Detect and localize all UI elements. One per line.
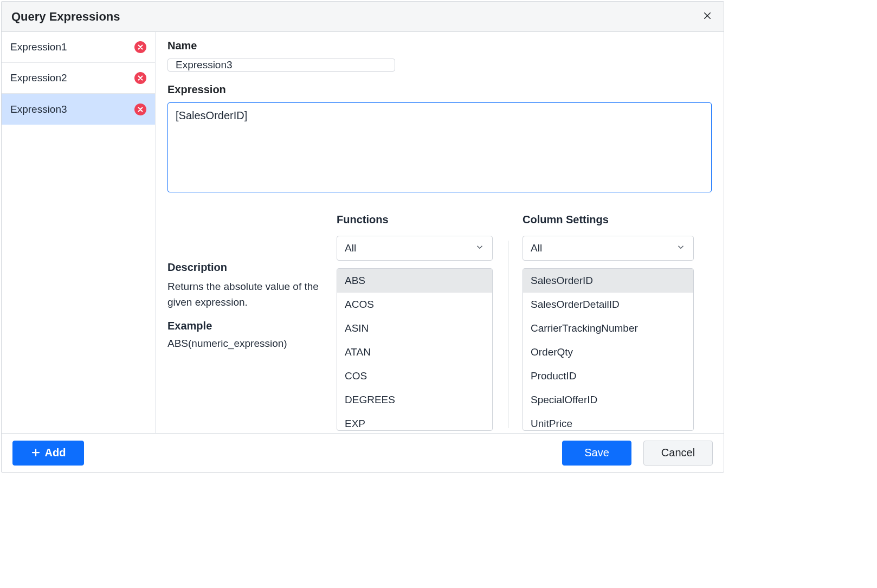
add-button-label: Add — [45, 447, 66, 459]
column-list-item[interactable]: SpecialOfferID — [523, 388, 693, 412]
plus-icon — [31, 447, 41, 460]
function-list-item[interactable]: DEGREES — [337, 388, 492, 412]
dialog-footer: Add Save Cancel — [2, 433, 724, 472]
expression-list-item[interactable]: Expression3 — [2, 94, 155, 125]
column-list-item[interactable]: UnitPrice — [523, 412, 693, 431]
chevron-down-icon — [475, 242, 485, 255]
footer-right: Save Cancel — [562, 441, 713, 466]
main-panel: Name Expression Description Returns the … — [156, 32, 724, 433]
cancel-button-label: Cancel — [661, 447, 695, 459]
delete-expression-icon[interactable] — [134, 72, 146, 84]
save-button-label: Save — [584, 447, 609, 459]
close-button[interactable] — [701, 10, 714, 23]
panel-divider — [508, 241, 508, 428]
description-heading: Description — [167, 261, 331, 274]
columns-heading: Column Settings — [523, 214, 694, 226]
column-list-item[interactable]: CarrierTrackingNumber — [523, 316, 693, 340]
columns-listbox[interactable]: SalesOrderIDSalesOrderDetailIDCarrierTra… — [523, 268, 694, 431]
add-button[interactable]: Add — [12, 441, 84, 466]
function-list-item[interactable]: EXP — [337, 412, 492, 431]
functions-panel: Functions All ABSACOSASINATANCOSDEGREESE… — [337, 214, 508, 431]
columns-filter-dropdown[interactable]: All — [523, 236, 694, 261]
columns-panel: Column Settings All SalesOrderIDSalesOrd… — [523, 214, 694, 431]
function-list-item[interactable]: ABS — [337, 269, 492, 293]
expression-list-item[interactable]: Expression1 — [2, 32, 155, 63]
functions-listbox[interactable]: ABSACOSASINATANCOSDEGREESEXP — [337, 268, 493, 431]
description-panel: Description Returns the absolute value o… — [167, 214, 337, 431]
expression-label: Expression — [167, 83, 712, 96]
chevron-down-icon — [676, 242, 686, 255]
column-list-item[interactable]: SalesOrderID — [523, 269, 693, 293]
save-button[interactable]: Save — [562, 441, 631, 466]
expression-list: Expression1Expression2Expression3 — [2, 32, 156, 433]
expression-section: Expression — [167, 83, 712, 195]
name-label: Name — [167, 40, 712, 52]
dialog-body: Expression1Expression2Expression3 Name E… — [2, 32, 724, 433]
expression-textarea[interactable] — [167, 102, 712, 192]
query-expressions-dialog: Query Expressions Expression1Expression2… — [0, 0, 877, 588]
column-list-item[interactable]: ProductID — [523, 364, 693, 388]
dialog-title: Query Expressions — [11, 10, 120, 24]
function-list-item[interactable]: ACOS — [337, 293, 492, 316]
expression-item-label: Expression1 — [10, 41, 67, 53]
delete-expression-icon[interactable] — [134, 104, 146, 115]
lower-panels: Description Returns the absolute value o… — [167, 214, 712, 431]
expression-list-item[interactable]: Expression2 — [2, 63, 155, 94]
description-text: Returns the absolute value of the given … — [167, 279, 331, 310]
dialog-header: Query Expressions — [2, 2, 724, 32]
function-list-item[interactable]: ASIN — [337, 316, 492, 340]
functions-heading: Functions — [337, 214, 493, 226]
functions-filter-dropdown[interactable]: All — [337, 236, 493, 261]
cancel-button[interactable]: Cancel — [643, 441, 713, 466]
close-icon — [702, 10, 712, 24]
column-list-item[interactable]: SalesOrderDetailID — [523, 293, 693, 316]
name-input[interactable] — [167, 59, 395, 72]
delete-expression-icon[interactable] — [134, 41, 146, 53]
expression-item-label: Expression2 — [10, 72, 67, 84]
function-list-item[interactable]: ATAN — [337, 340, 492, 364]
function-list-item[interactable]: COS — [337, 364, 492, 388]
columns-filter-value: All — [531, 242, 542, 254]
functions-filter-value: All — [345, 242, 356, 254]
column-list-item[interactable]: OrderQty — [523, 340, 693, 364]
example-heading: Example — [167, 320, 331, 332]
expression-item-label: Expression3 — [10, 104, 67, 115]
example-text: ABS(numeric_expression) — [167, 338, 331, 350]
dialog-frame: Query Expressions Expression1Expression2… — [1, 1, 724, 473]
